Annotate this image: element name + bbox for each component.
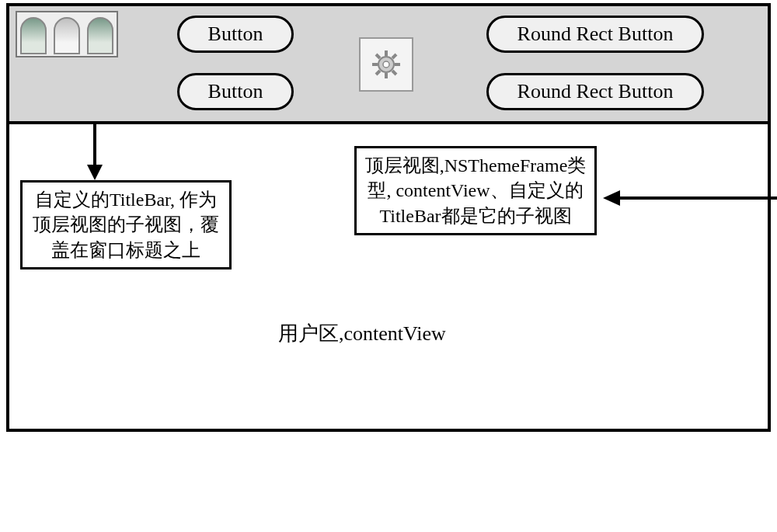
arrow-left-icon xyxy=(600,186,777,210)
round-rect-button-2[interactable]: Round Rect Button xyxy=(486,73,704,110)
svg-marker-13 xyxy=(603,190,620,206)
button-1[interactable]: Button xyxy=(177,16,294,53)
round-rect-button-1[interactable]: Round Rect Button xyxy=(486,16,704,53)
svg-line-7 xyxy=(392,54,396,58)
annotation-right: 顶层视图,NSThemeFrame类型, contentView、自定义的Tit… xyxy=(354,146,597,235)
window-frame: Button Button xyxy=(6,3,771,432)
arch-mid xyxy=(54,17,80,54)
button-2[interactable]: Button xyxy=(177,73,294,110)
svg-point-1 xyxy=(383,61,389,68)
arches-icon xyxy=(16,11,118,57)
arch-right xyxy=(87,17,113,54)
svg-line-9 xyxy=(392,71,396,75)
gear-svg xyxy=(366,44,406,85)
svg-marker-11 xyxy=(87,165,103,180)
svg-line-8 xyxy=(376,71,380,75)
content-view: 自定义的TitleBar, 作为顶层视图的子视图，覆盖在窗口标题之上 顶层视图,… xyxy=(9,124,768,429)
arrow-down-icon xyxy=(79,123,110,182)
gear-icon xyxy=(359,37,413,92)
content-view-label: 用户区,contentView xyxy=(278,320,446,347)
annotation-left: 自定义的TitleBar, 作为顶层视图的子视图，覆盖在窗口标题之上 xyxy=(20,180,232,269)
svg-line-6 xyxy=(376,54,380,58)
custom-titlebar: Button Button xyxy=(9,6,768,124)
arch-left xyxy=(20,17,47,54)
